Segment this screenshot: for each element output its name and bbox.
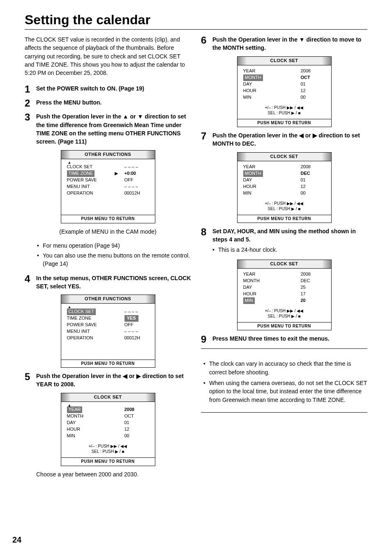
menu-title: CLOCK SET (61, 393, 155, 402)
menu-value: 00012H (125, 190, 149, 197)
menu-value: 2008 (125, 406, 149, 413)
step-number: 4 (25, 274, 36, 284)
menu-label: MONTH (243, 278, 284, 284)
notes-box: The clock can vary in accuracy so check … (201, 356, 367, 409)
menu-label: OPERATION (67, 190, 108, 197)
menu-value: 01 (301, 81, 325, 88)
menu-label: DAY (243, 177, 284, 183)
step-number: 1 (25, 84, 36, 94)
hint-plusminus: +/– : PUSH ▶▶ / ◀◀ (89, 444, 127, 448)
bullets-after-step3: For menu operation (Page 94) You can als… (25, 241, 191, 268)
menu-value: 25 (301, 284, 325, 291)
menu-label: OPERATION (67, 335, 108, 341)
step-head: Set the POWER switch to ON. (Page 19) (36, 85, 144, 92)
step-3: 3 Push the Operation lever in the ▲ or ▼… (25, 112, 191, 146)
menu-label-selected: MONTH (243, 170, 263, 177)
menu-title: CLOCK SET (238, 153, 331, 161)
menu-value: 01 (125, 420, 149, 426)
page-number: 24 (12, 535, 21, 545)
menu-value: 2008 (301, 68, 325, 74)
step-5: 5 Push the Operation lever in the ◀ or ▶… (25, 372, 191, 389)
menu-label: HOUR (243, 291, 284, 297)
hint-sel: SEL : PUSH ▶ / ■ (268, 207, 301, 211)
menu-title: CLOCK SET (238, 260, 331, 269)
step-head: Push the Operation lever in the ▼ direct… (212, 36, 361, 51)
menu-label: DAY (243, 81, 284, 88)
menu-hint: +/– : PUSH ▶▶ / ◀◀ SEL : PUSH ▶ / ■ (243, 308, 325, 319)
menu-footer: PUSH MENU TO RETURN (238, 215, 331, 223)
left-column: The CLOCK SET value is recorded in the c… (25, 35, 191, 478)
divider (201, 348, 367, 349)
menu-value: – – – – (125, 328, 149, 335)
menu-footer: PUSH MENU TO RETURN (61, 360, 155, 368)
menu-value: 00012H (125, 335, 149, 341)
menu-label: YEAR (243, 68, 284, 74)
menu-body: ▲ CLOCK SET– – – – TIME ZONEYES POWER SA… (61, 304, 155, 359)
menu-footer: PUSH MENU TO RETURN (238, 322, 331, 330)
step-5-tail: Choose a year between 2000 and 2030. (36, 470, 191, 478)
menu-value: OFF (125, 177, 149, 183)
step-head: Set DAY, HOUR, and MIN using the method … (212, 228, 356, 243)
menu-title: OTHER FUNCTIONS (61, 295, 155, 304)
menu-clock-set-month-dec: CLOCK SET YEAR2008 MONTHDEC DAY01 HOUR12… (237, 152, 332, 223)
note: The clock can vary in accuracy so check … (203, 360, 367, 376)
menu-label: HOUR (67, 426, 108, 433)
step-8-note: This is a 24-hour clock. (212, 246, 367, 254)
page-title: Setting the calendar (25, 12, 367, 28)
step-number: 6 (201, 35, 212, 45)
menu-value: 01 (301, 177, 325, 183)
menu-body: YEAR2008 MONTHDEC DAY01 HOUR12 MIN00 +/–… (238, 161, 331, 215)
menu-value: 12 (301, 88, 325, 94)
menu-label-selected: YEAR (67, 406, 83, 413)
divider (201, 412, 367, 413)
menu-value: +0:00 (125, 170, 149, 177)
menu-label-selected: CLOCK SET (67, 309, 96, 315)
menu-label: CLOCK SET (67, 164, 108, 170)
step-head: Press MENU three times to exit the menus… (212, 335, 330, 342)
menu-body: YEAR2008 MONTHDEC DAY25 HOUR17 MIN20 +/–… (238, 269, 331, 322)
menu-label-selected: TIME ZONE (67, 170, 95, 177)
menu-label: POWER SAVE (67, 177, 108, 183)
menu-value: 12 (301, 183, 325, 190)
menu-body: ▲ CLOCK SET– – – – TIME ZONE▶+0:00 POWER… (61, 159, 155, 215)
menu-title: CLOCK SET (238, 57, 331, 65)
step-2: 2 Press the MENU button. (25, 98, 191, 108)
menu-body: YEAR2008 MONTHOCT DAY01 HOUR12 MIN00 +/–… (238, 65, 331, 119)
intro-text: The CLOCK SET value is recorded in the c… (25, 35, 191, 77)
hint-plusminus: +/– : PUSH ▶▶ / ◀◀ (265, 201, 303, 206)
menu-footer: PUSH MENU TO RETURN (238, 119, 331, 127)
step-head: Push the Operation lever in the ◀ or ▶ d… (212, 132, 360, 147)
menu-value: OCT (301, 74, 325, 81)
menu-clock-set-month-oct: CLOCK SET YEAR2008 MONTHOCT DAY01 HOUR12… (237, 56, 332, 127)
menu-value: DEC (301, 170, 325, 177)
menu-value: DEC (301, 278, 325, 284)
menu-clock-set-min: CLOCK SET YEAR2008 MONTHDEC DAY25 HOUR17… (237, 260, 332, 330)
step-head: Push the Operation lever in the ▲ or ▼ d… (36, 113, 186, 145)
menu-other-functions-yes: OTHER FUNCTIONS ▲ CLOCK SET– – – – TIME … (61, 295, 155, 368)
menu-value: 17 (301, 291, 325, 297)
menu-label: MONTH (67, 413, 108, 420)
divider (25, 29, 367, 30)
menu-other-functions: OTHER FUNCTIONS ▲ CLOCK SET– – – – TIME … (61, 150, 155, 223)
menu-value: 20 (301, 297, 325, 304)
menu-footer: PUSH MENU TO RETURN (61, 457, 155, 466)
menu-label: YEAR (243, 164, 284, 170)
menu-footer: PUSH MENU TO RETURN (61, 215, 155, 223)
hint-sel: SEL : PUSH ▶ / ■ (268, 314, 301, 318)
note: When using the camera overseas, do not s… (203, 379, 367, 404)
menu-value: – – – – (125, 183, 149, 190)
step-number: 9 (201, 334, 212, 344)
menu-value: OCT (125, 413, 149, 420)
menu-value: 2008 (301, 271, 325, 278)
step-head: Press the MENU button. (36, 99, 101, 106)
bullet: You can also use the menu buttons on the… (37, 251, 191, 268)
menu-label: TIME ZONE (67, 315, 108, 322)
menu-label: YEAR (243, 271, 284, 278)
menu-label: POWER SAVE (67, 322, 108, 328)
menu-label: MENU INIT (67, 328, 108, 335)
menu-value: 00 (301, 190, 325, 197)
bullet: For menu operation (Page 94) (37, 241, 191, 250)
step-number: 8 (201, 227, 212, 237)
step-number: 3 (25, 112, 36, 122)
menu-label: DAY (243, 284, 284, 291)
